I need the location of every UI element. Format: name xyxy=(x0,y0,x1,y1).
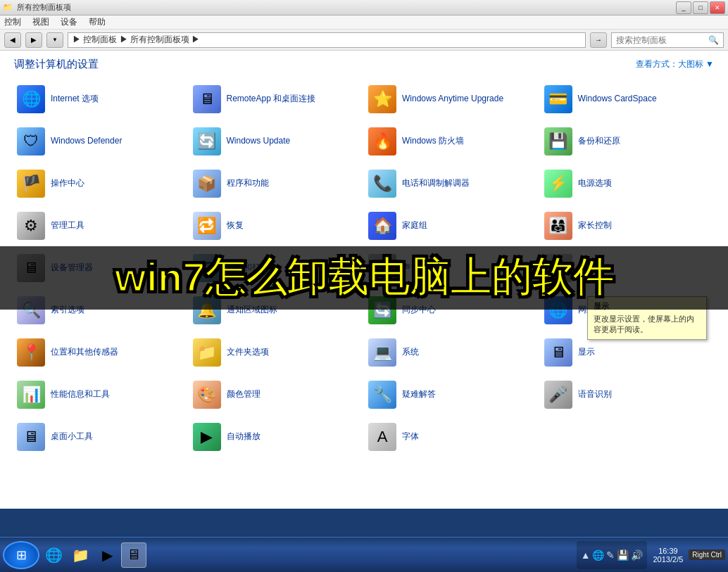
tooltip-title: 显示 xyxy=(594,301,701,312)
cp-item-cardspace[interactable]: 💳 Windows CardSpace xyxy=(541,81,715,117)
cp-icon-trouble: 🔧 xyxy=(368,381,396,409)
search-box[interactable]: 🔍 xyxy=(611,32,724,48)
cp-label-backup: 备份和还原 xyxy=(578,136,620,147)
search-icon[interactable]: 🔍 xyxy=(708,35,719,45)
cp-icon-remote: 🖥 xyxy=(193,85,221,113)
go-button[interactable]: → xyxy=(590,32,607,48)
cp-item-font[interactable]: A 字体 xyxy=(365,419,539,455)
cp-item-trouble[interactable]: 🔧 疑难解答 xyxy=(365,376,539,413)
cp-icon-perf: 📊 xyxy=(17,381,45,409)
cp-icon-location: 📍 xyxy=(17,338,45,367)
cp-label-trouble: 疑难解答 xyxy=(402,389,436,400)
cp-item-perf[interactable]: 📊 性能信息和工具 xyxy=(14,376,187,413)
recent-button[interactable]: ▼ xyxy=(46,32,63,48)
menu-item-control[interactable]: 控制 xyxy=(4,16,21,28)
close-button[interactable]: ✕ xyxy=(710,1,725,14)
tray-volume-icon[interactable]: 🔊 xyxy=(631,549,643,561)
cp-item-system[interactable]: 💻 系统 xyxy=(365,334,539,371)
control-panel-grid: 🌐 Internet 选项 🖥 RemoteApp 和桌面连接 ⭐ Window… xyxy=(14,81,714,455)
taskbar-item-ie[interactable]: 🌐 xyxy=(41,542,66,568)
start-button[interactable]: ⊞ xyxy=(3,541,39,569)
menu-bar: 控制 视图 设备 帮助 xyxy=(0,15,728,30)
cp-item-anytime[interactable]: ⭐ Windows Anytime Upgrade xyxy=(365,81,539,117)
cp-item-sync[interactable]: 🔄 同步中心 xyxy=(365,292,539,329)
cp-item-sound[interactable]: 🔊 声音 xyxy=(365,250,539,286)
menu-item-help[interactable]: 帮助 xyxy=(89,16,106,28)
cp-icon-sound: 🔊 xyxy=(368,254,396,282)
cp-item-mouse[interactable]: 🖱 鼠标 xyxy=(541,250,715,286)
cp-label-sync: 同步中心 xyxy=(402,305,436,316)
cp-item-homegroup[interactable]: 🏠 家庭组 xyxy=(365,208,539,244)
address-path[interactable]: ▶ 控制面板 ▶ 所有控制面板项 ▶ xyxy=(68,32,586,48)
cp-item-printdev[interactable]: 🖨 设备和打印机 xyxy=(190,250,363,286)
tray-storage-icon[interactable]: 💾 xyxy=(617,549,629,561)
cp-item-remote[interactable]: 🖥 RemoteApp 和桌面连接 xyxy=(190,81,363,117)
menu-item-device[interactable]: 设备 xyxy=(61,16,77,28)
cp-item-autoplay[interactable]: ▶ 自动播放 xyxy=(190,419,363,455)
maximize-button[interactable]: □ xyxy=(693,1,708,14)
cp-label-system: 系统 xyxy=(402,347,419,358)
cp-item-firewall[interactable]: 🔥 Windows 防火墙 xyxy=(365,123,539,160)
cp-item-family[interactable]: 👨‍👩‍👧 家长控制 xyxy=(541,208,715,244)
cp-label-perf: 性能信息和工具 xyxy=(51,389,110,400)
cp-label-homegroup: 家庭组 xyxy=(402,220,427,231)
cp-label-action: 操作中心 xyxy=(51,178,84,189)
cp-icon-defender: 🛡 xyxy=(17,127,45,155)
clock-time: 16:39 xyxy=(658,547,678,555)
tray-network-icon[interactable]: 🌐 xyxy=(592,549,604,561)
cp-icon-mouse: 🖱 xyxy=(544,254,572,282)
back-button[interactable]: ◀ xyxy=(4,32,21,48)
cp-item-update[interactable]: 🔄 Windows Update xyxy=(190,123,363,160)
clock-area[interactable]: 16:39 2013/2/5 xyxy=(648,547,687,564)
minimize-button[interactable]: _ xyxy=(676,1,691,14)
cp-label-defender: Windows Defender xyxy=(51,136,122,147)
tray-expand-icon[interactable]: ▲ xyxy=(581,549,591,561)
cp-item-phone[interactable]: 📞 电话和调制解调器 xyxy=(365,165,539,202)
cp-label-power: 电源选项 xyxy=(578,178,612,189)
cp-item-power[interactable]: ⚡ 电源选项 xyxy=(541,165,715,202)
cp-item-notify[interactable]: 🔔 通知区域图标 xyxy=(190,292,363,329)
cp-label-desktop: 桌面小工具 xyxy=(51,431,93,443)
cp-item-desktop[interactable]: 🖥 桌面小工具 xyxy=(14,419,187,455)
address-bar: ◀ ▶ ▼ ▶ 控制面板 ▶ 所有控制面板项 ▶ → 🔍 xyxy=(0,30,728,51)
cp-label-sound: 声音 xyxy=(402,262,419,274)
view-mode-selector[interactable]: 查看方式：大图标 ▼ xyxy=(636,58,714,70)
cp-item-internet[interactable]: 🌐 Internet 选项 xyxy=(14,81,187,117)
cp-icon-autoplay: ▶ xyxy=(193,423,221,451)
cp-item-programs[interactable]: 📦 程序和功能 xyxy=(190,165,363,202)
cp-icon-backup: 💾 xyxy=(544,127,572,155)
taskbar-item-controlpanel[interactable]: 🖥 xyxy=(121,542,146,568)
tray-edit-icon[interactable]: ✎ xyxy=(606,549,615,561)
cp-item-backup[interactable]: 💾 备份和还原 xyxy=(541,123,715,160)
tooltip-box: 显示 更改显示设置，使屏幕上的内容更易于阅读。 xyxy=(587,296,707,340)
cp-icon-phone: 📞 xyxy=(368,170,396,198)
taskbar-item-explorer[interactable]: 📁 xyxy=(68,542,93,568)
cp-label-cardspace: Windows CardSpace xyxy=(578,94,657,105)
cp-item-defender[interactable]: 🛡 Windows Defender xyxy=(14,123,187,160)
taskbar-item-media[interactable]: ▶ xyxy=(94,542,120,568)
cp-item-manage[interactable]: ⚙ 管理工具 xyxy=(14,208,187,244)
cp-item-folder[interactable]: 📁 文件夹选项 xyxy=(190,334,363,371)
cp-label-device: 设备管理器 xyxy=(51,262,93,274)
taskbar-items: 🌐📁▶🖥 xyxy=(41,542,146,568)
cp-label-autoplay: 自动播放 xyxy=(227,431,261,443)
forward-button[interactable]: ▶ xyxy=(25,32,42,48)
cp-item-voice[interactable]: 🎤 语音识别 xyxy=(541,376,715,413)
cp-item-color[interactable]: 🎨 颜色管理 xyxy=(190,376,363,413)
cp-icon-cardspace: 💳 xyxy=(544,85,572,113)
title-bar: 📁 所有控制面板项 _ □ ✕ xyxy=(0,0,728,15)
view-header: 调整计算机的设置 查看方式：大图标 ▼ xyxy=(14,58,714,71)
cp-item-device[interactable]: 🖥 设备管理器 xyxy=(14,250,187,286)
cp-label-manage: 管理工具 xyxy=(51,220,84,231)
cp-item-location[interactable]: 📍 位置和其他传感器 xyxy=(14,334,187,371)
cp-icon-internet: 🌐 xyxy=(17,85,45,113)
cp-icon-firewall: 🔥 xyxy=(368,127,396,155)
search-input[interactable] xyxy=(616,35,708,45)
cp-item-restore[interactable]: 🔁 恢复 xyxy=(190,208,363,244)
cp-icon-programs: 📦 xyxy=(193,170,221,198)
system-tray: ▲ 🌐 ✎ 💾 🔊 xyxy=(577,541,648,569)
cp-item-action[interactable]: 🏴 操作中心 xyxy=(14,165,187,202)
menu-item-view[interactable]: 视图 xyxy=(32,16,49,28)
cp-item-index[interactable]: 🔍 索引选项 xyxy=(14,292,187,329)
cp-label-voice: 语音识别 xyxy=(578,389,612,400)
